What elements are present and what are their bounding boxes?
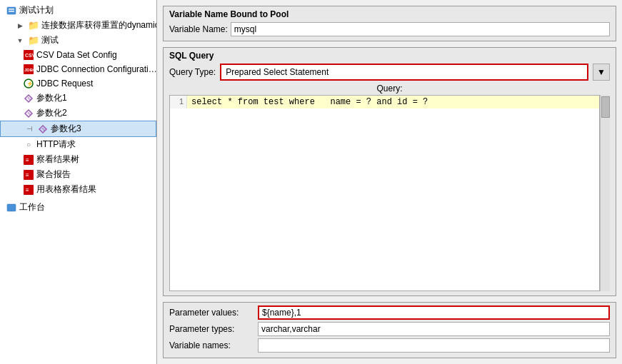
right-panel: Variable Name Bound to Pool Variable Nam… bbox=[157, 0, 622, 364]
sidebar-item-jdbc-config[interactable]: JDBC JDBC Connection Configurati… bbox=[0, 62, 156, 76]
svg-rect-18 bbox=[7, 204, 16, 211]
var-names-row: Variable names: bbox=[169, 338, 610, 353]
query-scrollbar[interactable] bbox=[600, 95, 610, 291]
jdbc-config-label: JDBC Connection Configurati… bbox=[36, 64, 156, 74]
csv-label: CSV Data Set Config bbox=[36, 50, 117, 60]
scrollbar-thumb bbox=[601, 96, 610, 118]
svg-text:CSV: CSV bbox=[25, 53, 34, 58]
result-report-label: 聚合报告 bbox=[36, 168, 71, 181]
result-report-icon: ≡ bbox=[23, 169, 34, 181]
param1-label: 参数化1 bbox=[36, 92, 67, 104]
variable-section: Variable Name Bound to Pool Variable Nam… bbox=[163, 6, 616, 41]
http-icon: ○ bbox=[23, 139, 34, 151]
var-names-input[interactable] bbox=[258, 338, 610, 353]
sidebar-item-testplan[interactable]: 测试计划 bbox=[0, 3, 156, 18]
sidebar-item-param1[interactable]: ✎ 参数化1 bbox=[0, 91, 156, 106]
variable-name-input[interactable] bbox=[231, 22, 610, 36]
connection-label: 连接数据库获得重置的dynamic… bbox=[41, 19, 156, 31]
svg-text:≡: ≡ bbox=[26, 187, 29, 193]
param-types-label: Parameter types: bbox=[169, 324, 255, 334]
jdbc-request-icon: ⚡ bbox=[23, 78, 34, 89]
sidebar-item-csv[interactable]: CSV CSV Data Set Config bbox=[0, 48, 156, 62]
folder-icon-connection: 📁 bbox=[28, 20, 39, 31]
svg-text:✎: ✎ bbox=[27, 111, 31, 116]
param-values-input[interactable] bbox=[258, 305, 610, 320]
variable-name-row: Variable Name: bbox=[169, 22, 610, 36]
folder-icon-test: 📁 bbox=[28, 35, 39, 46]
svg-text:⚡: ⚡ bbox=[26, 80, 34, 87]
testplan-label: 测试计划 bbox=[19, 4, 54, 16]
sidebar-item-table-result[interactable]: ≡ 用表格察看结果 bbox=[0, 182, 156, 197]
sql-section: SQL Query Query Type: Prepared Select St… bbox=[163, 47, 616, 296]
svg-text:✎: ✎ bbox=[41, 127, 46, 132]
query-type-box: Prepared Select Statement bbox=[220, 64, 588, 81]
jdbc-config-icon: JDBC bbox=[23, 64, 34, 75]
param2-label: 参数化2 bbox=[36, 107, 67, 119]
query-line-1: 1 select * from test where name = ? and … bbox=[170, 96, 599, 108]
left-panel: 测试计划 ▶ 📁 连接数据库获得重置的dynamic… ▼ 📁 测试 CSV C… bbox=[0, 0, 157, 364]
dropdown-arrow-icon: ▼ bbox=[597, 67, 606, 77]
svg-text:JDBC: JDBC bbox=[24, 68, 34, 72]
svg-text:≡: ≡ bbox=[26, 172, 29, 178]
expand-icon-connection: ▶ bbox=[14, 20, 26, 31]
query-type-label: Query Type: bbox=[169, 67, 216, 77]
param-types-input[interactable] bbox=[258, 322, 610, 336]
param2-icon: ✎ bbox=[23, 108, 34, 119]
testplan-icon bbox=[6, 5, 17, 16]
http-label: HTTP请求 bbox=[36, 138, 76, 151]
workbench-icon bbox=[6, 202, 17, 213]
variable-section-title: Variable Name Bound to Pool bbox=[169, 9, 610, 19]
param-values-label: Parameter values: bbox=[169, 308, 255, 318]
sidebar-item-result-tree[interactable]: ≡ 察看结果树 bbox=[0, 152, 156, 167]
sidebar-item-connection[interactable]: ▶ 📁 连接数据库获得重置的dynamic… bbox=[0, 18, 156, 33]
result-tree-icon: ≡ bbox=[23, 154, 34, 166]
param1-icon: ✎ bbox=[23, 93, 34, 104]
sidebar-item-http[interactable]: ○ HTTP请求 bbox=[0, 137, 156, 152]
csv-icon: CSV bbox=[23, 49, 34, 61]
param-values-row: Parameter values: bbox=[169, 305, 610, 320]
params-section: Parameter values: Parameter types: Varia… bbox=[163, 302, 616, 358]
var-names-label: Variable names: bbox=[169, 340, 255, 350]
param3-label: 参数化3 bbox=[51, 123, 81, 135]
param-types-row: Parameter types: bbox=[169, 322, 610, 336]
tree-container: 测试计划 ▶ 📁 连接数据库获得重置的dynamic… ▼ 📁 测试 CSV C… bbox=[0, 0, 156, 364]
query-type-row: Query Type: Prepared Select Statement ▼ bbox=[169, 64, 610, 81]
query-area-label: Query: bbox=[169, 84, 610, 93]
sidebar-item-workbench[interactable]: 工作台 bbox=[0, 200, 156, 215]
line-content-1: select * from test where name = ? and id… bbox=[187, 96, 432, 108]
query-type-dropdown[interactable]: ▼ bbox=[593, 64, 610, 81]
sidebar-item-jdbc-request[interactable]: ⚡ JDBC Request bbox=[0, 76, 156, 91]
test-label: 测试 bbox=[41, 34, 59, 46]
query-editor[interactable]: 1 select * from test where name = ? and … bbox=[169, 95, 600, 291]
jdbc-request-label: JDBC Request bbox=[36, 79, 93, 89]
expand-icon-test: ▼ bbox=[14, 35, 26, 46]
svg-text:≡: ≡ bbox=[26, 157, 29, 163]
svg-rect-2 bbox=[9, 11, 14, 12]
svg-text:✎: ✎ bbox=[27, 96, 31, 101]
sidebar-item-param2[interactable]: ✎ 参数化2 bbox=[0, 106, 156, 121]
sidebar-item-param3[interactable]: ⊣ ✎ 参数化3 bbox=[0, 121, 156, 137]
workbench-label: 工作台 bbox=[19, 201, 45, 213]
sidebar-item-test[interactable]: ▼ 📁 测试 bbox=[0, 33, 156, 48]
result-tree-label: 察看结果树 bbox=[36, 153, 79, 166]
sql-section-title: SQL Query bbox=[169, 51, 610, 61]
query-editor-wrapper: 1 select * from test where name = ? and … bbox=[169, 95, 610, 291]
table-result-label: 用表格察看结果 bbox=[36, 183, 96, 196]
svg-rect-1 bbox=[9, 9, 14, 10]
query-type-value: Prepared Select Statement bbox=[226, 67, 328, 77]
connector-icon: ⊣ bbox=[24, 123, 35, 135]
line-number-1: 1 bbox=[170, 96, 187, 108]
sidebar-item-result-report[interactable]: ≡ 聚合报告 bbox=[0, 167, 156, 182]
param3-icon: ✎ bbox=[37, 123, 49, 135]
table-result-icon: ≡ bbox=[23, 184, 34, 196]
variable-name-label: Variable Name: bbox=[169, 24, 228, 34]
